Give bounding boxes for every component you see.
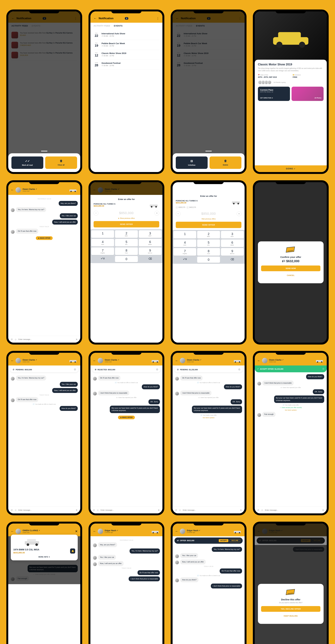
send-offer-button[interactable]: SEND OFFER [94, 221, 159, 228]
offer-status-bar[interactable]: ⏱PENDING: $632,000ⓘ [10, 367, 78, 372]
event-item[interactable]: JUL22International Auto Show⏱ 09 AM - 20… [94, 30, 159, 40]
messages[interactable]: Ok I'll see that offer now 📄 You made an… [90, 374, 162, 506]
keep-dealing-button[interactable]: KEEP DEALING [261, 613, 321, 619]
emoji-icon[interactable]: ☺ [14, 338, 17, 341]
car-thumb[interactable] [68, 358, 78, 363]
more-icon[interactable]: ⋮ [239, 17, 241, 20]
increase-button[interactable]: + [237, 212, 241, 216]
avatar[interactable] [98, 358, 103, 363]
tab-activity[interactable]: ACTIVITY FEED [11, 24, 28, 27]
car-thumb[interactable] [150, 358, 160, 363]
amount-display[interactable]: $850,000 [182, 212, 235, 216]
key-0[interactable]: 0 [115, 256, 138, 262]
location-card[interactable]: Cormick Place2575 Pick Street, AZ GET DI… [258, 87, 290, 101]
car-thumb[interactable] [233, 358, 242, 363]
info-icon[interactable]: ⓘ [74, 368, 76, 371]
avatar[interactable] [15, 187, 21, 193]
key-backspace[interactable]: ⌫ [139, 256, 161, 262]
tab-events[interactable]: EVENTS [32, 24, 40, 27]
car-thumb[interactable] [150, 529, 160, 534]
messages[interactable]: Yes, I'm here. Wanna buy my car? Yes. I … [8, 374, 80, 506]
offer-chip[interactable]: ×$300,576 [176, 206, 185, 208]
decrease-button[interactable]: − [176, 212, 181, 216]
modal-overlay[interactable]: Decline this offer Do you want to declin… [255, 524, 327, 644]
feed-item[interactable]: You have received new offer from Ga Huy … [11, 30, 77, 40]
key-6[interactable]: 6MNO [139, 239, 161, 246]
accept-button[interactable]: ACCEPT [219, 539, 228, 542]
back-icon[interactable]: ← [257, 359, 261, 362]
avatar[interactable] [262, 358, 268, 363]
more-icon[interactable]: ⋮ [156, 17, 159, 20]
key-8[interactable]: 8TUV [115, 248, 138, 255]
delete-button[interactable]: 🗑Delete [210, 156, 241, 169]
friends-going[interactable]: +34 friends is going [258, 80, 324, 84]
messages[interactable]: YESTERDAY 20:43 Hey, are you there? Yes,… [8, 195, 80, 336]
more-info-button[interactable]: MORE INFO ✦ [13, 556, 75, 558]
modal-overlay[interactable]: Confirm your offer 🏷 $632,000 SEND NOW C… [255, 182, 327, 343]
key-1[interactable]: 1 [91, 230, 114, 238]
key-7[interactable]: 7PQRS [91, 248, 114, 255]
avatar[interactable] [15, 529, 21, 534]
back-icon[interactable]: ← [175, 530, 178, 533]
emoji-icon[interactable]: ☺ [14, 509, 17, 511]
make-offer-button[interactable]: ⊕ MAKE OFFER [36, 236, 53, 240]
back-icon[interactable]: ← [11, 16, 14, 20]
avatar[interactable] [180, 529, 185, 534]
key-2[interactable]: 2ABC [115, 230, 138, 238]
accept-offer-bar[interactable]: ✓ACCEPT OFFER: $1,232,000ⓘ [255, 366, 327, 372]
key-5[interactable]: 5JKL [115, 239, 138, 246]
messages[interactable]: Ok I'll see that offer now 📄 You made an… [173, 374, 245, 506]
event-item[interactable]: JUL19Pebble Beach Car Week⏱ 09 AM - 20 P… [94, 40, 159, 50]
make-offer-button[interactable]: ⊕ MAKE OFFER [118, 416, 135, 419]
yes-decline-button[interactable]: YES, DECLINE OFFER [261, 606, 321, 612]
avatar[interactable] [180, 358, 185, 363]
attach-icon[interactable]: ⊘ [11, 338, 13, 341]
avatar[interactable] [98, 529, 103, 534]
attach-icon[interactable]: ⊘ [11, 509, 13, 512]
message-input[interactable] [18, 509, 74, 511]
send-now-button[interactable]: SEND NOW [261, 266, 321, 271]
send-icon[interactable]: ➤ [76, 509, 78, 512]
feed-item[interactable]: You have received new offer from Ga Huy … [11, 40, 77, 50]
offer-chip[interactable]: ×$450,576 [187, 206, 196, 208]
car-thumb[interactable] [233, 529, 242, 534]
show-previous-link[interactable]: ⊕ Show previous offers [90, 218, 162, 221]
back-icon[interactable]: ← [93, 530, 96, 533]
send-offer-button[interactable]: SEND OFFER [176, 222, 241, 228]
avatar[interactable] [15, 358, 21, 363]
tab-events[interactable]: EVENTS [114, 24, 123, 27]
back-icon[interactable]: ← [176, 16, 179, 20]
increase-button[interactable]: + [154, 211, 159, 216]
event-item[interactable]: JUN28Goodwood Festival⏱ 09 AM - 19 PM [94, 60, 159, 70]
back-icon[interactable]: ← [93, 359, 96, 362]
cancel-button[interactable]: CANCEL [261, 272, 321, 278]
hide-previous-link[interactable]: Hide previous offers [173, 218, 245, 222]
more-icon[interactable]: ⋮ [74, 17, 77, 20]
message-input[interactable] [18, 338, 74, 340]
car-thumb[interactable] [315, 358, 324, 363]
x-icon[interactable]: × [187, 206, 189, 208]
key-symbols[interactable]: +*# [91, 256, 114, 262]
key-4[interactable]: 4GHI [91, 239, 114, 246]
clear-all-button[interactable]: 🗑Clear all [45, 156, 77, 169]
close-icon[interactable]: ✕ [75, 530, 78, 533]
send-icon[interactable]: ➤ [76, 338, 78, 341]
photos-card[interactable]: 26 Photos [292, 87, 324, 101]
back-icon[interactable]: ← [11, 530, 14, 533]
back-icon[interactable]: ← [94, 16, 97, 20]
decline-button[interactable]: DECLINE [230, 539, 240, 542]
info-icon[interactable]: ⓘ [156, 368, 158, 371]
mark-all-read-button[interactable]: ✓✓Mark all read [11, 156, 43, 169]
info-icon[interactable]: ⓘ [323, 368, 324, 370]
x-icon[interactable]: × [176, 206, 178, 208]
decrease-button[interactable]: − [94, 211, 98, 216]
key-9[interactable]: 9WXYZ [139, 248, 161, 255]
messages[interactable]: How do you think? I don't think that pri… [255, 372, 327, 506]
unfollow-button[interactable]: ⊟Unfollow [176, 156, 208, 169]
offer-status-bar[interactable]: ⊟REJECTED: $632,000ⓘ [92, 367, 161, 372]
messages[interactable]: YESTERDAY 20:43 Hey, are you there? Yes,… [90, 536, 162, 644]
tab-activity[interactable]: ACTIVITY FEED [94, 24, 110, 27]
messages[interactable]: Yes, I'm here. Wanna buy my car? Yes. I … [173, 545, 245, 644]
back-icon[interactable]: ← [175, 359, 178, 362]
going-button[interactable]: GOING ✓ [255, 165, 327, 172]
